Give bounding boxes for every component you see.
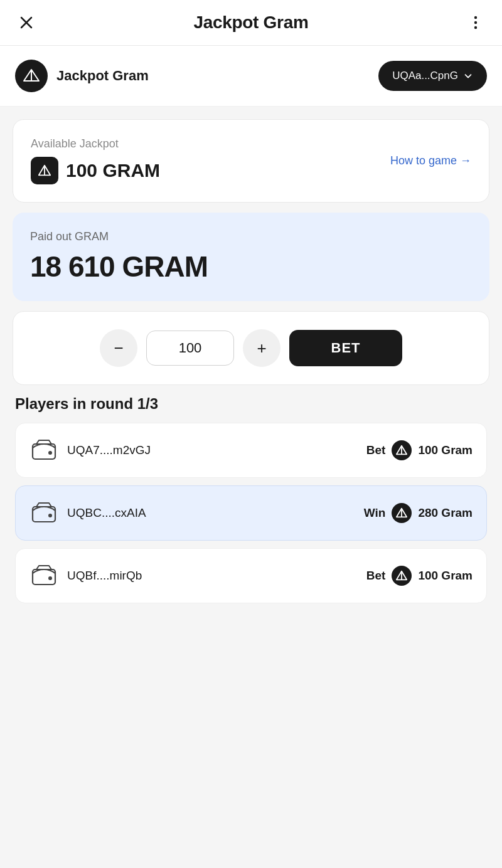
player-left: UQBf....mirQb bbox=[29, 561, 142, 590]
wallet-icon bbox=[29, 436, 58, 465]
action-label: Bet bbox=[366, 443, 386, 457]
bet-button[interactable]: BET bbox=[289, 330, 402, 366]
wallet-icon bbox=[29, 499, 58, 527]
brand-name: Jackpot Gram bbox=[56, 68, 149, 84]
svg-point-10 bbox=[48, 451, 52, 455]
top-bar: Jackpot Gram bbox=[0, 0, 502, 46]
main-content: Available Jackpot 100 GRAM How to game →… bbox=[0, 107, 502, 616]
player-left: UQA7....m2vGJ bbox=[29, 436, 151, 465]
wallet-address-label: UQAa...CpnG bbox=[392, 70, 458, 82]
jackpot-info: Available Jackpot 100 GRAM bbox=[31, 137, 160, 184]
action-label: Bet bbox=[366, 569, 386, 583]
player-gram-amount: 100 Gram bbox=[418, 443, 473, 457]
player-gram-amount: 100 Gram bbox=[418, 569, 473, 583]
player-address: UQBf....mirQb bbox=[67, 569, 142, 583]
svg-point-14 bbox=[48, 514, 52, 517]
jackpot-amount: 100 GRAM bbox=[31, 157, 160, 184]
more-options-button[interactable] bbox=[464, 11, 487, 34]
available-jackpot-label: Available Jackpot bbox=[31, 137, 160, 151]
action-label: Win bbox=[364, 506, 386, 520]
svg-point-2 bbox=[474, 16, 477, 19]
player-row: UQBf....mirQb Bet 100 Gram bbox=[15, 548, 487, 603]
svg-point-4 bbox=[474, 26, 477, 29]
player-right: Bet 100 Gram bbox=[366, 440, 473, 460]
paidout-card: Paid out GRAM 18 610 GRAM bbox=[13, 213, 489, 301]
how-to-game-link[interactable]: How to game → bbox=[390, 154, 471, 167]
player-gram-amount: 280 Gram bbox=[418, 506, 473, 520]
close-button[interactable] bbox=[15, 11, 38, 34]
gram-icon-small bbox=[392, 566, 412, 586]
player-address: UQA7....m2vGJ bbox=[67, 443, 151, 457]
player-row: UQBC....cxAIA Win 280 Gram bbox=[15, 485, 487, 541]
players-section: Players in round 1/3 UQA7....m2vGJ Bet bbox=[13, 395, 489, 603]
player-right: Bet 100 Gram bbox=[366, 566, 473, 586]
bet-input[interactable] bbox=[146, 331, 234, 366]
player-right: Win 280 Gram bbox=[364, 503, 473, 523]
page-title: Jackpot Gram bbox=[193, 13, 308, 33]
bet-card: − + BET bbox=[13, 311, 489, 385]
player-left: UQBC....cxAIA bbox=[29, 499, 146, 527]
gram-icon-small bbox=[392, 440, 412, 460]
increment-button[interactable]: + bbox=[243, 329, 280, 367]
decrement-button[interactable]: − bbox=[100, 329, 137, 367]
wallet-icon bbox=[29, 561, 58, 590]
gram-icon-small bbox=[392, 503, 412, 523]
wallet-address-button[interactable]: UQAa...CpnG bbox=[378, 61, 487, 91]
paidout-label: Paid out GRAM bbox=[30, 230, 472, 243]
brand-icon bbox=[15, 60, 48, 92]
bet-controls: − + BET bbox=[31, 329, 471, 367]
svg-point-3 bbox=[474, 21, 477, 24]
app-header: Jackpot Gram UQAa...CpnG bbox=[0, 46, 502, 107]
players-title: Players in round 1/3 bbox=[15, 395, 487, 413]
jackpot-value: 100 GRAM bbox=[66, 160, 160, 181]
players-list: UQA7....m2vGJ Bet 100 Gram UQ bbox=[15, 423, 487, 603]
player-address: UQBC....cxAIA bbox=[67, 506, 146, 520]
gram-icon bbox=[31, 157, 58, 184]
app-brand: Jackpot Gram bbox=[15, 60, 149, 92]
paidout-amount: 18 610 GRAM bbox=[30, 250, 472, 283]
svg-point-18 bbox=[48, 576, 52, 580]
jackpot-card: Available Jackpot 100 GRAM How to game → bbox=[13, 119, 489, 203]
player-row: UQA7....m2vGJ Bet 100 Gram bbox=[15, 423, 487, 478]
